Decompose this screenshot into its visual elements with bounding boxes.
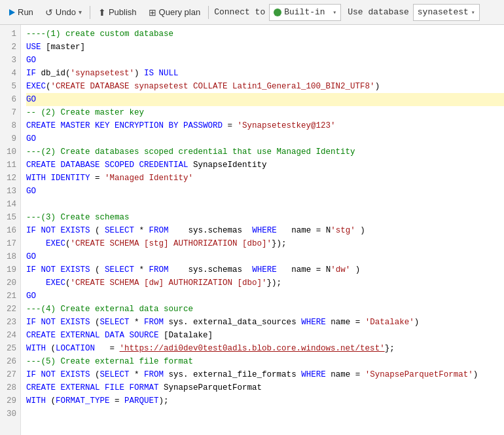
code-token [26,278,46,288]
code-token: WHERE [301,318,326,327]
connect-dropdown[interactable]: Built-in ▾ [269,4,341,21]
line-number: 2 [0,41,20,54]
code-token: FROM [149,226,169,235]
line-number: 27 [0,368,20,381]
code-token: }); [272,239,287,248]
code-token: sys.schemas [169,265,253,274]
code-token: 'Managed Identity' [105,174,193,183]
use-database-label: Use database [348,7,409,17]
code-token: CREATE DATABASE SCOPED CREDENTIAL [26,161,189,170]
code-line: EXEC('CREATE SCHEMA [stg] AUTHORIZATION … [26,237,504,250]
code-editor: 1234567891011121314151617181920212223242… [0,25,504,435]
code-token: 'Datalake' [365,318,414,327]
code-token: * [130,318,145,327]
query-plan-icon: ⊞ [149,7,156,18]
code-token: ( [90,265,105,274]
code-token: ( [46,396,56,406]
code-token: }); [267,278,282,288]
line-number: 17 [0,237,20,250]
code-token: FROM [144,370,164,379]
line-number: 18 [0,250,20,263]
code-token: EXEC [26,82,46,91]
code-token: ) [414,318,420,327]
code-token: ) [473,370,478,379]
code-token: WITH [26,396,46,406]
code-token: ---(5) Create external file format [26,357,193,366]
use-database-dropdown[interactable]: synasetest ▾ [413,4,480,21]
publish-icon: ⬆ [98,7,106,18]
code-token: CREATE MASTER KEY ENCRYPTION BY PASSWORD [26,121,223,130]
line-number: 3 [0,54,20,67]
run-button[interactable]: Run [4,3,39,22]
code-token: GO [26,56,36,65]
connection-status-icon [274,9,281,16]
code-area[interactable]: ----(1) create custom databaseUSE [maste… [21,25,504,435]
undo-button[interactable]: ↺ Undo ▾ [40,3,87,22]
connect-chevron-icon: ▾ [333,9,336,16]
code-token: -- (2) Create master key [26,108,144,117]
code-token: IF NOT EXISTS [26,226,90,235]
code-token: name = [326,318,365,327]
code-token: ); [159,396,169,406]
code-token: ----(1) create custom database [26,29,173,39]
code-line: GO [26,290,504,303]
line-number: 21 [0,290,20,303]
code-token: 'SynapseParquetFormat' [365,370,473,379]
code-token: IS NULL [144,69,179,78]
code-line: EXEC('CREATE DATABASE synapsetest COLLAT… [26,80,504,93]
line-number: 29 [0,394,20,407]
separator-2 [208,6,209,19]
code-line: IF NOT EXISTS ( SELECT * FROM sys.schema… [26,263,504,276]
line-number: 23 [0,316,20,329]
code-token: ( [46,344,56,353]
line-number: 25 [0,342,20,355]
line-number: 10 [0,145,20,159]
toolbar: Run ↺ Undo ▾ ⬆ Publish ⊞ Query plan Conn… [0,0,504,25]
code-token: 'Synapsetestkey@123' [238,121,336,130]
line-number: 22 [0,303,20,316]
code-line: GO [26,132,504,145]
code-token: GO [26,252,36,261]
undo-label: Undo [56,7,76,17]
undo-dropdown-icon[interactable]: ▾ [79,9,82,16]
query-plan-button[interactable]: ⊞ Query plan [143,3,206,22]
code-token: WITH [26,344,46,353]
code-token: ( [90,370,100,379]
code-token [26,239,46,248]
code-token: IF NOT EXISTS [26,318,90,327]
code-token: USE [26,43,41,52]
line-number: 16 [0,224,20,237]
query-plan-label: Query plan [159,7,201,17]
line-number: 15 [0,211,20,224]
code-line: IF NOT EXISTS (SELECT * FROM sys. extern… [26,316,504,329]
line-number: 20 [0,276,20,290]
code-token: 'CREATE SCHEMA [stg] AUTHORIZATION [dbo]… [71,239,272,248]
code-token: = [95,344,120,353]
code-token: WHERE [301,370,326,379]
line-number: 7 [0,106,20,119]
publish-button[interactable]: ⬆ Publish [93,3,142,22]
line-number: 1 [0,28,20,41]
code-token: IF [26,69,36,78]
code-token: sys. external_file_formats [164,370,301,379]
code-token: sys.schemas [169,226,253,235]
code-token: SynapseParquetFormat [159,383,262,392]
code-line: GO [26,54,504,67]
line-numbers: 1234567891011121314151617181920212223242… [0,25,21,435]
code-line: -- (2) Create master key [26,106,504,119]
code-token: 'https://adi0dev0test0adls.blob.core.win… [120,344,385,353]
code-token: ) [375,82,380,91]
code-token: CREATE EXTERNAL DATA SOURCE [26,331,159,340]
code-token: ---(3) Create schemas [26,213,130,222]
code-line: EXEC('CREATE SCHEMA [dw] AUTHORIZATION [… [26,276,504,290]
line-number: 6 [0,93,20,106]
code-line: ----(1) create custom database [26,28,504,41]
db-chevron-icon: ▾ [471,9,475,16]
code-line: GO [26,185,504,198]
code-token: WITH IDENTITY [26,174,90,183]
code-token: PARQUET [124,396,159,406]
code-line: CREATE MASTER KEY ENCRYPTION BY PASSWORD… [26,119,504,132]
code-token: IF NOT EXISTS [26,265,90,274]
code-token: WHERE [252,226,277,235]
code-token: 'stg' [331,226,355,235]
